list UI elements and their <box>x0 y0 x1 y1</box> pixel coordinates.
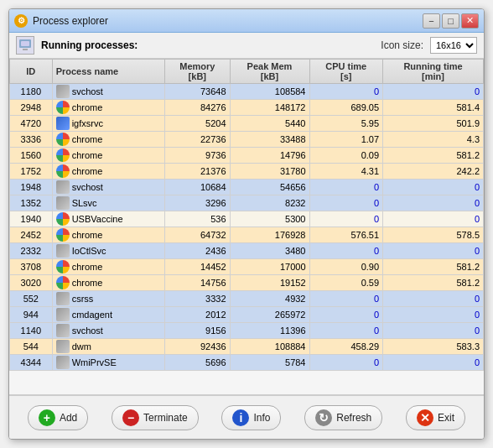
process-name-text: chrome <box>72 134 103 144</box>
toolbar-icon <box>16 36 34 55</box>
info-button[interactable]: i Info <box>221 405 281 430</box>
cell-name: chrome <box>52 132 164 148</box>
table-row[interactable]: 3708chrome14452170000.90581.2 <box>10 259 484 275</box>
table-row[interactable]: 1560chrome9736147960.09581.2 <box>10 148 484 164</box>
cell-runtime: 581.2 <box>383 275 484 291</box>
process-name-text: cmdagent <box>72 310 112 320</box>
table-row[interactable]: 1940USBVaccine536530000 <box>10 211 484 227</box>
table-row[interactable]: 1180svchost7364810858400 <box>10 84 484 100</box>
cell-memory: 73648 <box>165 84 230 100</box>
refresh-button[interactable]: ↻ Refresh <box>304 405 382 430</box>
table-row[interactable]: 1752chrome21376317804.31242.2 <box>10 164 484 180</box>
cell-cpu: 0 <box>309 355 383 371</box>
cell-name: csrss <box>52 291 164 307</box>
maximize-button[interactable]: □ <box>442 13 459 29</box>
running-processes-label: Running processes: <box>41 39 374 51</box>
close-button[interactable]: ✕ <box>461 13 479 29</box>
cell-cpu: 0 <box>309 307 383 323</box>
cell-runtime: 581.2 <box>383 259 484 275</box>
terminate-icon: − <box>122 409 139 426</box>
table-row[interactable]: 2332IoCtlSvc2436348000 <box>10 243 484 259</box>
icon-size-select[interactable]: 16x16 32x32 48x48 <box>430 37 477 54</box>
cell-peak: 19152 <box>230 275 309 291</box>
cell-cpu: 689.05 <box>309 100 383 116</box>
cell-peak: 11396 <box>230 323 309 339</box>
cell-id: 552 <box>10 291 53 307</box>
table-row[interactable]: 2948chrome84276148172689.05581.4 <box>10 100 484 116</box>
cell-id: 944 <box>10 307 53 323</box>
cell-memory: 3296 <box>165 195 230 211</box>
cell-runtime: 0 <box>383 84 484 100</box>
table-row[interactable]: 3020chrome14756191520.59581.2 <box>10 275 484 291</box>
cell-name: dwm <box>52 339 164 355</box>
table-row[interactable]: 2452chrome64732176928576.51578.5 <box>10 227 484 243</box>
refresh-icon: ↻ <box>315 409 332 426</box>
minimize-button[interactable]: − <box>423 13 440 29</box>
table-row[interactable]: 1352SLsvc3296823200 <box>10 195 484 211</box>
process-table-container[interactable]: ID Process name Memory[kB] Peak Mem[kB] … <box>9 59 484 395</box>
cell-peak: 8232 <box>230 195 309 211</box>
process-name-text: svchost <box>72 182 103 192</box>
cell-peak: 5440 <box>230 116 309 132</box>
process-name-text: dwm <box>72 341 91 352</box>
cell-id: 3336 <box>10 132 53 148</box>
cell-id: 1948 <box>10 180 53 195</box>
process-name-text: chrome <box>72 230 103 240</box>
cell-id: 1752 <box>10 164 53 180</box>
table-row[interactable]: 4720igfxsrvc520454405.95501.9 <box>10 116 484 132</box>
cell-runtime: 242.2 <box>383 164 484 180</box>
cell-runtime: 581.2 <box>383 148 484 164</box>
cell-peak: 5784 <box>230 355 309 371</box>
cell-name: chrome <box>52 100 164 116</box>
cell-name: WmiPrvSE <box>52 355 164 371</box>
cell-runtime: 0 <box>383 291 484 307</box>
col-header-name: Process name <box>52 60 164 84</box>
svg-rect-1 <box>21 41 29 46</box>
process-icon <box>56 212 70 226</box>
table-row[interactable]: 3336chrome22736334881.074.3 <box>10 132 484 148</box>
cell-memory: 2012 <box>165 307 230 323</box>
exit-label: Exit <box>438 412 454 424</box>
cell-name: SLsvc <box>52 195 164 211</box>
cell-runtime: 0 <box>383 211 484 227</box>
cell-runtime: 4.3 <box>383 132 484 148</box>
cell-memory: 84276 <box>165 100 230 116</box>
cell-id: 4720 <box>10 116 53 132</box>
cell-memory: 22736 <box>165 132 230 148</box>
cell-cpu: 458.29 <box>309 339 383 355</box>
cell-cpu: 0 <box>309 84 383 100</box>
process-name-text: chrome <box>72 166 103 176</box>
cell-cpu: 0.09 <box>309 148 383 164</box>
table-row[interactable]: 4344WmiPrvSE5696578400 <box>10 355 484 371</box>
cell-runtime: 501.9 <box>383 116 484 132</box>
title-controls: − □ ✕ <box>423 13 479 29</box>
terminate-button[interactable]: − Terminate <box>112 405 199 430</box>
refresh-label: Refresh <box>336 412 371 424</box>
cell-name: chrome <box>52 275 164 291</box>
cell-cpu: 576.51 <box>309 227 383 243</box>
cell-peak: 265972 <box>230 307 309 323</box>
table-row[interactable]: 944cmdagent201226597200 <box>10 307 484 323</box>
cell-name: chrome <box>52 259 164 275</box>
cell-name: IoCtlSvc <box>52 243 164 259</box>
cell-runtime: 0 <box>383 195 484 211</box>
table-row[interactable]: 1948svchost106845465600 <box>10 180 484 195</box>
cell-runtime: 578.5 <box>383 227 484 243</box>
table-row[interactable]: 1140svchost91561139600 <box>10 323 484 339</box>
process-icon <box>56 324 70 337</box>
cell-runtime: 581.4 <box>383 100 484 116</box>
table-row[interactable]: 552csrss3332493200 <box>10 291 484 307</box>
cell-id: 1940 <box>10 211 53 227</box>
cell-runtime: 0 <box>383 355 484 371</box>
cell-name: igfxsrvc <box>52 116 164 132</box>
info-label: Info <box>253 412 270 424</box>
process-name-text: chrome <box>72 150 103 160</box>
process-name-text: svchost <box>72 86 103 96</box>
add-button[interactable]: + Add <box>28 405 88 430</box>
table-row[interactable]: 544dwm92436108884458.29583.3 <box>10 339 484 355</box>
add-label: Add <box>60 412 77 424</box>
process-name-text: chrome <box>72 262 103 272</box>
window-icon: ⚙ <box>14 14 28 28</box>
cell-peak: 31780 <box>230 164 309 180</box>
exit-button[interactable]: ✕ Exit <box>406 405 465 430</box>
